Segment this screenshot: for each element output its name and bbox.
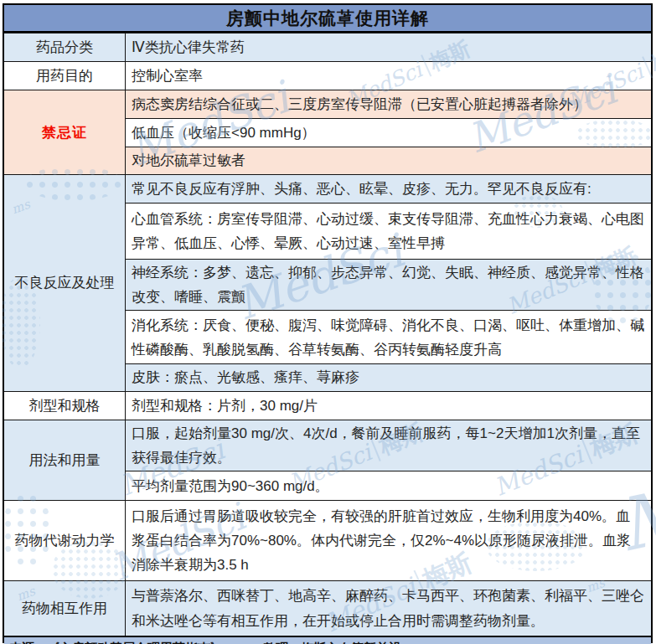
row-content-pharmacokinetics: 口服后通过胃肠道吸收较完全，有较强的肝脏首过效应，生物利用度为40%。血浆蛋白结… — [126, 501, 651, 580]
row-label-usage-dosage: 用法和用量 — [4, 420, 126, 500]
row-content-purpose: 控制心室率 — [126, 62, 651, 90]
cell-usage-initial: 口服，起始剂量30 mg/次、4次/d，餐前及睡前服药，每1~2天增加1次剂量，… — [126, 420, 651, 471]
row-drug-interactions: 药物相互作用 与普萘洛尔、西咪替丁、地高辛、麻醉药、卡马西平、环孢菌素、利福平、… — [4, 580, 651, 636]
row-content-drug-interactions: 与普萘洛尔、西咪替丁、地高辛、麻醉药、卡马西平、环孢菌素、利福平、三唑仑和米达唑… — [126, 581, 651, 636]
cell-drug-class: Ⅳ类抗心律失常药 — [126, 33, 651, 61]
row-usage-dosage: 用法和用量 口服，起始剂量30 mg/次、4次/d，餐前及睡前服药，每1~2天增… — [4, 420, 651, 500]
row-contraindications: 禁忌证 病态窦房结综合征或二、三度房室传导阻滞（已安置心脏起搏器者除外） 低血压… — [4, 90, 651, 174]
row-dosage-form: 剂型和规格 剂型和规格：片剂，30 mg/片 — [4, 391, 651, 420]
cell-drug-interactions: 与普萘洛尔、西咪替丁、地高辛、麻醉药、卡马西平、环孢菌素、利福平、三唑仑和米达唑… — [126, 581, 651, 636]
cell-usage-average: 平均剂量范围为90~360 mg/d。 — [126, 471, 651, 500]
row-label-pharmacokinetics: 药物代谢动力学 — [4, 501, 126, 580]
row-pharmacokinetics: 药物代谢动力学 口服后通过胃肠道吸收较完全，有较强的肝脏首过效应，生物利用度为4… — [4, 500, 651, 580]
row-content-usage-dosage: 口服，起始剂量30 mg/次、4次/d，餐前及睡前服药，每1~2天增加1次剂量，… — [126, 420, 651, 500]
cell-adverse-digestive: 消化系统：厌食、便秘、腹泻、味觉障碍、消化不良、口渴、呕吐、体重增加、碱性磷酸酶… — [126, 310, 651, 363]
cell-adverse-nervous: 神经系统：多梦、遗忘、抑郁、步态异常、幻觉、失眠、神经质、感觉异常、性格改变、嗜… — [126, 259, 651, 310]
row-adverse-reactions: 不良反应及处理 常见不良反应有浮肿、头痛、恶心、眩晕、皮疹、无力。罕见不良反应有… — [4, 174, 651, 391]
cell-adverse-cardiovascular: 心血管系统：房室传导阻滞、心动过缓、束支传导阻滞、充血性心力衰竭、心电图异常、低… — [126, 203, 651, 259]
row-content-adverse-reactions: 常见不良反应有浮肿、头痛、恶心、眩晕、皮疹、无力。罕见不良反应有: 心血管系统：… — [126, 175, 651, 391]
cell-dosage-form: 剂型和规格：片剂，30 mg/片 — [126, 392, 651, 420]
cell-adverse-common: 常见不良反应有浮肿、头痛、恶心、眩晕、皮疹、无力。罕见不良反应有: — [126, 175, 651, 203]
source-note: 来源：《心房颤动基层合理用药指南》2021；整理：梅斯心血管新前沿 — [4, 636, 651, 644]
row-label-adverse-reactions: 不良反应及处理 — [4, 175, 126, 391]
row-content-drug-class: Ⅳ类抗心律失常药 — [126, 33, 651, 61]
page-root: 房颤中地尔硫䓬使用详解 药品分类 Ⅳ类抗心律失常药 用药目的 控制心室率 禁忌证… — [0, 0, 656, 644]
row-label-drug-interactions: 药物相互作用 — [4, 581, 126, 636]
cell-adverse-skin: 皮肤：瘀点、光敏感、瘙痒、荨麻疹 — [126, 363, 651, 390]
row-label-purpose: 用药目的 — [4, 62, 126, 90]
row-purpose: 用药目的 控制心室率 — [4, 61, 651, 90]
row-label-drug-class: 药品分类 — [4, 33, 126, 61]
row-drug-class: 药品分类 Ⅳ类抗心律失常药 — [4, 33, 651, 61]
cell-contraindication-3: 对地尔硫䓬过敏者 — [126, 147, 651, 174]
cell-contraindication-2: 低血压（收缩压<90 mmHg） — [126, 118, 651, 147]
row-label-dosage-form: 剂型和规格 — [4, 392, 126, 420]
cell-contraindication-1: 病态窦房结综合征或二、三度房室传导阻滞（已安置心脏起搏器者除外） — [126, 90, 651, 118]
row-content-dosage-form: 剂型和规格：片剂，30 mg/片 — [126, 392, 651, 420]
row-label-contraindications: 禁忌证 — [4, 90, 126, 174]
cell-pharmacokinetics: 口服后通过胃肠道吸收较完全，有较强的肝脏首过效应，生物利用度为40%。血浆蛋白结… — [126, 501, 651, 580]
drug-info-table: 房颤中地尔硫䓬使用详解 药品分类 Ⅳ类抗心律失常药 用药目的 控制心室率 禁忌证… — [3, 3, 653, 643]
page-title: 房颤中地尔硫䓬使用详解 — [4, 5, 651, 33]
row-content-contraindications: 病态窦房结综合征或二、三度房室传导阻滞（已安置心脏起搏器者除外） 低血压（收缩压… — [126, 90, 651, 174]
cell-purpose: 控制心室率 — [126, 62, 651, 90]
